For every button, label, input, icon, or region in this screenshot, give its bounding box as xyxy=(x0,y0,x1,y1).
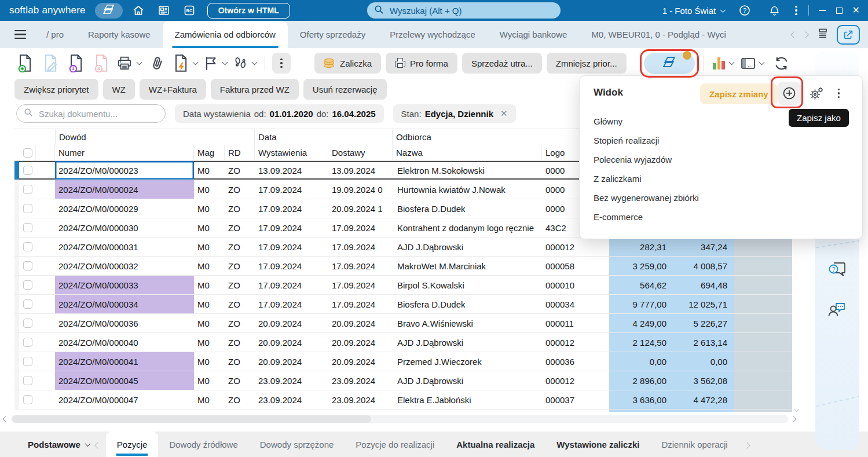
cell-numer[interactable]: 2024/ZO/M0/000023 xyxy=(55,161,194,180)
cell-netto[interactable]: 564,62 xyxy=(609,276,673,294)
cell-numer[interactable]: 2024/ZO/M0/000045 xyxy=(55,371,194,390)
flag-icon[interactable] xyxy=(203,52,228,74)
cell-dostawy[interactable]: 23.09.2024 xyxy=(328,390,393,409)
horizontal-scrollbar[interactable] xyxy=(3,414,796,424)
bottom-tab[interactable]: Pozycje do realizacji xyxy=(345,432,445,457)
more-actions-icon[interactable] xyxy=(272,53,291,74)
cell-numer[interactable]: 2024/ZO/M0/000033 xyxy=(55,276,194,294)
select-all-checkbox[interactable] xyxy=(23,148,32,158)
maximize-icon[interactable] xyxy=(836,8,843,14)
bottom-tab[interactable]: Aktualna realizacja xyxy=(445,432,545,457)
cell-logo[interactable]: 000012 xyxy=(542,371,609,390)
cell-brutto[interactable]: 5 226,27 xyxy=(673,314,734,332)
row-checkbox[interactable] xyxy=(23,185,32,194)
company-selector[interactable]: 1 - Foto Świat xyxy=(662,6,726,16)
document-flash-icon[interactable] xyxy=(173,52,199,74)
document-search-input[interactable] xyxy=(38,108,158,119)
cell-logo[interactable]: 000036 xyxy=(542,352,609,371)
column-header-mag[interactable]: Mag xyxy=(194,145,225,160)
cell-nazwa[interactable]: Kontrahent z dodanym logo ręcznie xyxy=(393,218,542,237)
help-icon[interactable]: ? xyxy=(735,2,755,19)
action-button[interactable]: Zmniejsz prior... xyxy=(547,53,627,74)
row-checkbox[interactable] xyxy=(23,299,32,309)
main-tab[interactable]: M0, WBEUR01, 0 - Podgląd - Wyci xyxy=(579,21,738,48)
cell-numer[interactable]: 2024/ZO/M0/000029 xyxy=(55,199,194,218)
refresh-icon[interactable] xyxy=(771,52,792,74)
cell-netto[interactable]: 3 259,00 xyxy=(609,257,673,275)
main-tab[interactable]: Raporty kasowe xyxy=(76,21,163,48)
cell-rd[interactable]: ZO xyxy=(225,276,255,294)
cell-rd[interactable]: ZO xyxy=(225,371,255,390)
cell-dostawy[interactable]: 17.09.2024 xyxy=(328,218,393,237)
tabs-scroll-left-icon[interactable] xyxy=(790,31,797,38)
cell-rd[interactable]: ZO xyxy=(225,295,255,313)
cell-numer[interactable]: 2024/ZO/M0/000036 xyxy=(55,314,194,332)
cell-mag[interactable]: M0 xyxy=(194,352,225,371)
action-button[interactable]: WZ xyxy=(103,79,135,100)
table-row[interactable]: 2024/ZO/M0/000041 M0 ZO 20.09.2024 20.09… xyxy=(14,352,792,371)
view-option[interactable]: E-commerce xyxy=(580,207,862,226)
cell-logo[interactable]: 000012 xyxy=(542,237,609,256)
cell-wystawienia[interactable]: 20.09.2024 xyxy=(255,314,328,332)
cell-nazwa[interactable]: Birpol S.Kowalski xyxy=(393,276,542,294)
cell-dostawy[interactable]: 20.09.2024 xyxy=(328,314,393,332)
cell-wystawienia[interactable]: 17.09.2024 xyxy=(255,199,328,218)
bottom-tab[interactable]: Dowody sprzężone xyxy=(249,432,345,457)
cell-netto[interactable]: 2 896,00 xyxy=(609,371,673,390)
cell-logo[interactable]: 000011 xyxy=(542,314,609,332)
cell-logo[interactable]: 000037 xyxy=(542,390,609,409)
delete-document-icon[interactable] xyxy=(91,52,112,74)
main-tab[interactable]: Oferty sprzedaży xyxy=(288,21,378,48)
cell-mag[interactable]: M0 xyxy=(194,218,225,237)
main-tab[interactable]: / pro xyxy=(34,21,76,48)
row-checkbox[interactable] xyxy=(23,242,32,251)
minimize-icon[interactable] xyxy=(819,10,826,11)
cell-rd[interactable]: ZO xyxy=(225,390,255,409)
cell-brutto[interactable]: 3 562,08 xyxy=(673,371,734,390)
cell-mag[interactable]: M0 xyxy=(194,180,225,199)
table-row[interactable]: 2024/ZO/M0/000032 M0 ZO 17.09.2024 17.09… xyxy=(14,257,792,276)
more-options-icon[interactable] xyxy=(794,5,798,16)
cell-numer[interactable]: 2024/ZO/M0/000041 xyxy=(55,352,194,371)
cell-rd[interactable]: ZO xyxy=(225,180,255,199)
document-info-icon[interactable] xyxy=(65,52,86,74)
more-options-icon[interactable] xyxy=(837,87,841,99)
cell-mag[interactable]: M0 xyxy=(194,161,225,180)
cell-dostawy[interactable]: 17.09.2024 xyxy=(328,237,393,256)
row-checkbox[interactable] xyxy=(23,204,32,213)
add-view-button[interactable] xyxy=(778,82,801,105)
cell-mag[interactable]: M0 xyxy=(194,237,225,256)
cell-netto[interactable]: 0,00 xyxy=(609,352,673,371)
scrollbar-thumb[interactable] xyxy=(12,415,371,423)
remove-filter-icon[interactable]: ✕ xyxy=(500,108,508,119)
menu-icon[interactable] xyxy=(14,30,26,39)
cell-dostawy[interactable]: 23.09.2024 xyxy=(328,371,393,390)
cell-netto[interactable]: 2 124,50 xyxy=(609,333,673,352)
news-icon[interactable] xyxy=(154,2,174,19)
group-header-dowod[interactable]: Dowód xyxy=(55,129,255,145)
row-checkbox[interactable] xyxy=(23,261,32,270)
cell-dostawy[interactable]: 17.09.2024 xyxy=(328,276,393,294)
row-checkbox[interactable] xyxy=(23,280,32,290)
cell-nazwa[interactable]: Bravo A.Wiśniewski xyxy=(393,314,542,332)
bottom-tabs-scroll-left-icon[interactable] xyxy=(96,440,100,449)
cell-numer[interactable]: 2024/ZO/M0/000031 xyxy=(55,237,194,256)
cell-numer[interactable]: 2024/ZO/M0/000030 xyxy=(55,218,194,237)
column-header-numer[interactable]: Numer xyxy=(55,145,194,160)
cell-wystawienia[interactable]: 17.09.2024 xyxy=(255,276,328,294)
cell-dostawy[interactable]: 17.09.2024 xyxy=(328,295,393,313)
bottom-primary-selector[interactable]: Podstawowe xyxy=(28,440,90,449)
table-row[interactable]: 2024/ZO/M0/000034 M0 ZO 17.09.2024 17.09… xyxy=(14,295,792,314)
cell-nazwa[interactable]: AJD J.Dąbrowski xyxy=(393,237,542,256)
cell-netto[interactable]: 282,31 xyxy=(609,237,673,256)
print-button[interactable] xyxy=(116,52,142,74)
cell-wystawienia[interactable]: 20.09.2024 xyxy=(255,352,328,371)
view-option[interactable]: Z zaliczkami xyxy=(580,169,862,188)
scroll-down-icon[interactable] xyxy=(794,404,799,414)
action-button[interactable]: Sprzedaż utra... xyxy=(462,53,542,74)
cell-mag[interactable]: M0 xyxy=(194,295,225,313)
bc-icon[interactable]: BC xyxy=(180,2,199,19)
cell-rd[interactable]: ZO xyxy=(225,161,255,180)
cell-wystawienia[interactable]: 17.09.2024 xyxy=(255,237,328,256)
group-header-data[interactable]: Data xyxy=(255,129,393,145)
